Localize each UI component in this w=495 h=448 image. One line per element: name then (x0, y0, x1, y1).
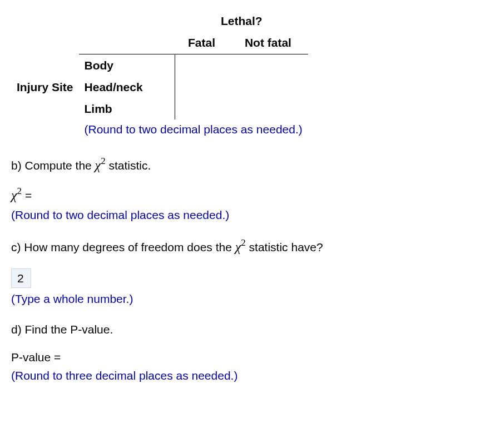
part-d-answer-label: P-value = (11, 351, 61, 364)
contingency-table: Lethal? Fatal Not fatal Body Injury Site… (11, 10, 484, 141)
part-d: d) Find the P-value. P-value = (Round to… (11, 322, 484, 383)
part-c-hint: (Type a whole number.) (11, 291, 484, 306)
row-axis-label: Injury Site (11, 76, 79, 98)
part-b-answer-line: χ2 = (11, 186, 484, 204)
col-header-notfatal: Not fatal (228, 32, 308, 54)
part-c-prompt-suffix: statistic have? (246, 241, 323, 253)
part-b-equals: = (22, 189, 32, 202)
row-cat-limb: Limb (79, 98, 175, 120)
part-d-answer-line: P-value = (11, 350, 484, 365)
part-c-answer-input[interactable]: 2 (11, 268, 31, 288)
part-b: b) Compute the χ2 statistic. χ2 = (Round… (11, 156, 484, 223)
table-round-hint: (Round to two decimal places as needed.) (79, 120, 308, 140)
table-superheader: Lethal? (175, 10, 308, 32)
part-d-prompt: d) Find the P-value. (11, 322, 484, 337)
part-d-hint: (Round to three decimal places as needed… (11, 368, 484, 383)
cell-limb-fatal[interactable] (175, 98, 228, 120)
part-c-prompt-prefix: c) How many degrees of freedom does the (11, 241, 235, 253)
chi-exponent: 2 (101, 156, 106, 166)
part-b-prompt-suffix: statistic. (106, 159, 151, 172)
chi-symbol: χ (95, 158, 101, 172)
chi-symbol-c: χ (235, 240, 241, 254)
row-cat-headneck: Head/neck (79, 76, 175, 98)
part-b-prompt-prefix: b) Compute the (11, 159, 95, 172)
part-b-prompt: b) Compute the χ2 statistic. (11, 156, 484, 174)
part-c-prompt: c) How many degrees of freedom does the … (11, 238, 484, 256)
part-c: c) How many degrees of freedom does the … (11, 238, 484, 306)
chi-symbol-b: χ (11, 188, 17, 202)
row-cat-body: Body (79, 54, 175, 76)
cell-limb-notfatal[interactable] (228, 98, 308, 120)
cell-body-notfatal[interactable] (228, 54, 308, 76)
chi-exponent-b: 2 (17, 186, 22, 196)
col-header-fatal: Fatal (175, 32, 228, 54)
cell-body-fatal[interactable] (175, 54, 228, 76)
chi-exponent-c: 2 (241, 237, 246, 248)
cell-headneck-fatal[interactable] (175, 76, 228, 98)
cell-headneck-notfatal[interactable] (228, 76, 308, 98)
part-b-hint: (Round to two decimal places as needed.) (11, 207, 484, 222)
